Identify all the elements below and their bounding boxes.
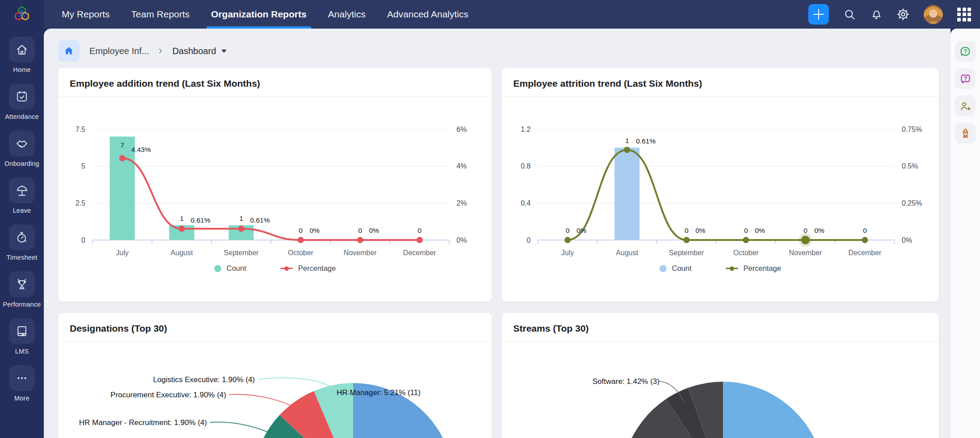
svg-text:0%: 0% (696, 227, 706, 234)
sidebar-item-onboarding[interactable]: Onboarding (4, 131, 39, 167)
breadcrumb-module[interactable]: Employee Inf... (89, 46, 149, 56)
whats-new-button[interactable] (955, 123, 976, 143)
sidebar-label: LMS (15, 348, 29, 355)
breadcrumb: Employee Inf... Dashboard (58, 40, 950, 62)
chevron-right-icon (157, 47, 164, 55)
book-icon (15, 324, 29, 338)
legend-item-count[interactable]: Count (214, 264, 246, 273)
employee-attrition-combo-chart[interactable]: 1.20.75%0.80.5%0.40.25%00%JulyAugustSept… (510, 98, 930, 260)
user-avatar[interactable] (924, 5, 943, 24)
add-button[interactable] (808, 4, 829, 25)
svg-text:September: September (669, 249, 704, 257)
sidebar-item-performance[interactable]: Performance (3, 271, 41, 308)
sidebar-item-timesheet[interactable]: Timesheet (7, 224, 38, 261)
svg-text:0%: 0% (815, 227, 825, 234)
breadcrumb-home-button[interactable] (58, 40, 80, 62)
help-chat-icon: ? (959, 46, 972, 58)
sidebar-item-more[interactable]: More (9, 365, 35, 402)
content-row: Employee Inf... Dashboard Employee addit… (44, 29, 980, 438)
card-employee-addition-trend: Employee addition trend (Last Six Months… (58, 68, 492, 302)
user-share-icon (959, 100, 972, 112)
sidebar-item-home[interactable]: Home (9, 37, 35, 73)
handshake-icon (15, 137, 29, 150)
breadcrumb-page-selector[interactable]: Dashboard (172, 46, 227, 56)
legend-label: Percentage (298, 264, 336, 273)
tab-my-reports[interactable]: My Reports (62, 0, 110, 29)
svg-text:Logistics Executive: 1.90% (4): Logistics Executive: 1.90% (4) (153, 375, 255, 384)
sidebar-label: Performance (3, 301, 41, 308)
svg-text:7: 7 (120, 141, 124, 149)
svg-text:Procurement Executive: 1.90% (: Procurement Executive: 1.90% (4) (110, 391, 226, 399)
legend-item-count[interactable]: Count (659, 264, 692, 273)
card-employee-attrition-trend: Employee attrition trend (Last Six Month… (502, 68, 939, 302)
sidebar-label: Home (13, 66, 30, 73)
svg-text:0: 0 (299, 227, 303, 234)
bell-icon[interactable] (870, 8, 883, 21)
percentage-swatch (726, 268, 738, 270)
chart-title: Employee attrition trend (Last Six Month… (502, 68, 939, 97)
card-streams-top30: Streams (Top 30) Software: 1.42% (3) (502, 313, 939, 438)
svg-text:0%: 0% (369, 227, 380, 234)
svg-text:0%: 0% (577, 227, 587, 234)
svg-text:October: October (288, 249, 314, 257)
svg-text:0.8: 0.8 (521, 162, 531, 170)
svg-text:0.5%: 0.5% (902, 162, 918, 170)
svg-text:0.4: 0.4 (521, 199, 531, 207)
sidebar-label: Leave (13, 207, 31, 214)
svg-text:1: 1 (625, 137, 629, 144)
svg-text:HR Manager - Recruitment: 1.90: HR Manager - Recruitment: 1.90% (4) (79, 418, 207, 427)
count-swatch (659, 265, 667, 272)
tab-team-reports[interactable]: Team Reports (131, 0, 190, 29)
svg-text:1.2: 1.2 (521, 126, 531, 133)
svg-text:4%: 4% (456, 162, 467, 170)
svg-text:6%: 6% (456, 126, 467, 133)
apps-grid-icon[interactable] (957, 8, 971, 21)
streams-pie-chart[interactable]: Software: 1.42% (3) (510, 343, 930, 438)
tab-advanced-analytics[interactable]: Advanced Analytics (387, 0, 469, 29)
svg-text:December: December (403, 249, 436, 257)
chart-legend: Count Percentage (58, 264, 492, 273)
search-icon[interactable] (843, 8, 856, 21)
sidebar-item-leave[interactable]: Leave (9, 177, 35, 214)
sidebar-label: More (14, 395, 30, 402)
svg-text:0: 0 (803, 227, 807, 234)
svg-text:July: July (561, 249, 574, 257)
svg-text:0: 0 (566, 227, 570, 234)
app-logo[interactable] (0, 0, 44, 29)
svg-text:HR Manager: 5.21% (11): HR Manager: 5.21% (11) (337, 388, 421, 397)
sidebar-item-lms[interactable]: LMS (9, 318, 35, 355)
svg-text:0.61%: 0.61% (191, 216, 211, 224)
primary-nav: My Reports Team Reports Organization Rep… (62, 0, 469, 29)
svg-text:0: 0 (358, 227, 362, 234)
calendar-check-icon (15, 90, 29, 103)
tab-organization-reports[interactable]: Organization Reports (211, 0, 307, 29)
svg-text:1: 1 (180, 215, 184, 222)
gear-icon[interactable] (897, 8, 909, 21)
home-icon (63, 46, 74, 56)
designations-pie-chart[interactable]: Logistics Executive: 1.90% (4)Procuremen… (65, 343, 485, 438)
svg-text:July: July (116, 249, 128, 257)
tab-analytics[interactable]: Analytics (328, 0, 366, 29)
legend-item-percentage[interactable]: Percentage (726, 264, 781, 273)
left-sidebar: Home Attendance Onboarding Leave Timeshe… (0, 29, 44, 438)
chart-title: Streams (Top 30) (502, 313, 939, 342)
dashboard-cards: Employee addition trend (Last Six Months… (58, 68, 939, 438)
svg-text:0: 0 (81, 236, 85, 244)
svg-text:November: November (344, 249, 377, 257)
user-share-button[interactable] (955, 96, 976, 116)
svg-text:0.61%: 0.61% (636, 137, 656, 145)
sidebar-label: Onboarding (4, 160, 39, 167)
employee-addition-combo-chart[interactable]: 7.56%54%2.52%00%JulyAugustSeptemberOctob… (65, 98, 485, 260)
card-designations-top30: Designations (Top 30) Logistics Executiv… (58, 313, 492, 438)
sidebar-item-attendance[interactable]: Attendance (5, 84, 38, 120)
count-swatch (214, 265, 221, 272)
legend-item-percentage[interactable]: Percentage (280, 264, 336, 273)
help-chat-button[interactable]: ? (955, 41, 976, 62)
chart-title: Employee addition trend (Last Six Months… (58, 68, 492, 97)
svg-text:December: December (849, 249, 882, 257)
svg-text:0: 0 (863, 227, 867, 234)
svg-text:0: 0 (744, 227, 748, 234)
faq-button[interactable]: ? (955, 68, 976, 89)
svg-text:2%: 2% (456, 199, 467, 207)
svg-text:November: November (789, 249, 822, 257)
